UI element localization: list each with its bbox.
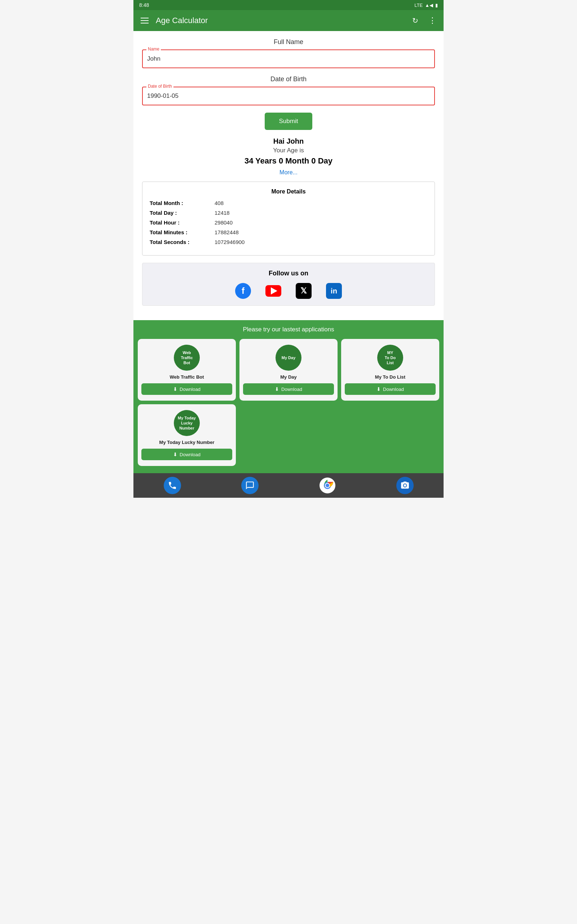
full-name-label: Full Name — [142, 38, 435, 46]
download-my-todo-list[interactable]: ⬇ Download — [345, 383, 436, 395]
table-row: Total Month :408 — [150, 200, 427, 206]
details-key: Total Minutes : — [150, 229, 214, 235]
status-time: 8:48 — [139, 2, 149, 8]
name-input-wrapper: Name — [142, 50, 435, 68]
download-icon-1: ⬇ — [173, 386, 177, 392]
app-card-my-todo-list: MYTo DoList My To Do List ⬇ Download — [341, 339, 439, 401]
table-row: Total Minutes :17882448 — [150, 229, 427, 235]
x-twitter-icon: 𝕏 — [296, 283, 311, 299]
details-value: 408 — [214, 200, 224, 206]
result-subtitle: Your Age is — [142, 147, 435, 154]
app-icon-web-traffic-bot: WebTrafficBot — [174, 345, 200, 371]
table-row: Total Hour :298040 — [150, 220, 427, 226]
app-icon-my-day: My Day — [276, 345, 301, 371]
message-nav-button[interactable] — [241, 477, 259, 494]
app-card-web-traffic-bot: WebTrafficBot Web Traffic Bot ⬇ Download — [138, 339, 236, 401]
svg-point-3 — [326, 484, 329, 487]
download-my-day[interactable]: ⬇ Download — [243, 383, 334, 395]
facebook-button[interactable]: f — [235, 283, 251, 299]
status-bar: 8:48 LTE ▲◀ ▮ — [134, 0, 443, 10]
dob-label: Date of Birth — [142, 76, 435, 83]
more-vert-icon: ⋮ — [429, 16, 436, 25]
more-options-button[interactable]: ⋮ — [427, 15, 438, 27]
signal-icon: ▲◀ — [425, 3, 433, 8]
chrome-nav-icon — [319, 477, 336, 494]
follow-section: Follow us on f 𝕏 in — [142, 263, 435, 306]
empty-cell-2 — [341, 404, 439, 466]
main-content: Full Name Name Date of Birth Date of Bir… — [134, 31, 443, 320]
details-rows: Total Month :408Total Day :12418Total Ho… — [150, 200, 427, 245]
hamburger-icon — [141, 18, 148, 23]
follow-title: Follow us on — [146, 270, 431, 277]
details-key: Total Seconds : — [150, 239, 214, 245]
battery-icon: ▮ — [435, 3, 438, 8]
apps-section: Please try our lastest applications WebT… — [134, 320, 443, 473]
details-value: 1072946900 — [214, 239, 245, 245]
details-value: 298040 — [214, 220, 233, 226]
linkedin-icon: in — [326, 283, 342, 299]
camera-nav-button[interactable] — [396, 477, 414, 494]
name-input[interactable] — [143, 50, 434, 68]
table-row: Total Day :12418 — [150, 210, 427, 216]
app-name-my-todo-list: My To Do List — [375, 374, 405, 380]
apps-grid: WebTrafficBot Web Traffic Bot ⬇ Download… — [138, 339, 439, 401]
app-card-my-day: My Day My Day ⬇ Download — [239, 339, 338, 401]
details-value: 17882448 — [214, 229, 239, 235]
twitter-x-button[interactable]: 𝕏 — [296, 283, 311, 299]
details-value: 12418 — [214, 210, 230, 216]
app-name-lucky-number: My Today Lucky Number — [160, 439, 214, 445]
app-card-lucky-number: My TodayLuckyNumber My Today Lucky Numbe… — [138, 404, 236, 466]
dob-input-wrapper: Date of Birth — [142, 87, 435, 105]
download-icon-4: ⬇ — [173, 452, 177, 457]
message-nav-icon — [241, 477, 259, 494]
apps-section-title: Please try our lastest applications — [138, 326, 439, 333]
table-row: Total Seconds :1072946900 — [150, 239, 427, 245]
empty-cell-1 — [239, 404, 338, 466]
download-icon-2: ⬇ — [275, 386, 279, 392]
status-indicators: LTE ▲◀ ▮ — [414, 3, 438, 8]
refresh-icon: ↻ — [412, 16, 418, 25]
camera-nav-icon — [396, 477, 414, 494]
youtube-button[interactable] — [266, 285, 281, 297]
facebook-icon: f — [235, 283, 251, 299]
app-title: Age Calculator — [156, 16, 208, 25]
yt-play-icon — [271, 287, 277, 294]
details-key: Total Month : — [150, 200, 214, 206]
app-icon-my-todo-list: MYTo DoList — [377, 345, 403, 371]
download-lucky-number[interactable]: ⬇ Download — [141, 449, 232, 460]
app-icon-lucky-number: My TodayLuckyNumber — [174, 410, 200, 436]
dob-input[interactable] — [143, 87, 434, 105]
lte-indicator: LTE — [414, 3, 423, 8]
result-age: 34 Years 0 Month 0 Day — [142, 156, 435, 166]
result-greeting: Hai John — [142, 137, 435, 145]
refresh-button[interactable]: ↻ — [411, 15, 420, 26]
details-title: More Details — [150, 188, 427, 195]
menu-button[interactable] — [139, 16, 150, 25]
phone-nav-icon — [164, 477, 181, 494]
details-key: Total Day : — [150, 210, 214, 216]
apps-grid-bottom: My TodayLuckyNumber My Today Lucky Numbe… — [138, 404, 439, 466]
app-bar: Age Calculator ↻ ⋮ — [134, 10, 443, 31]
name-field-label: Name — [147, 47, 161, 52]
chrome-nav-button[interactable] — [319, 477, 336, 494]
dob-field-label: Date of Birth — [147, 84, 174, 89]
more-link[interactable]: More... — [142, 169, 435, 176]
details-box: More Details Total Month :408Total Day :… — [142, 181, 435, 255]
phone-nav-button[interactable] — [164, 477, 181, 494]
app-name-my-day: My Day — [280, 374, 297, 380]
social-icons: f 𝕏 in — [146, 283, 431, 299]
download-web-traffic-bot[interactable]: ⬇ Download — [141, 383, 232, 395]
details-key: Total Hour : — [150, 220, 214, 226]
youtube-icon — [266, 285, 281, 297]
bottom-nav — [134, 473, 443, 498]
submit-button[interactable]: Submit — [265, 113, 313, 130]
app-bar-right: ↻ ⋮ — [411, 15, 438, 27]
download-icon-3: ⬇ — [377, 386, 381, 392]
app-bar-left: Age Calculator — [139, 16, 208, 25]
linkedin-button[interactable]: in — [326, 283, 342, 299]
app-name-web-traffic-bot: Web Traffic Bot — [169, 374, 204, 380]
